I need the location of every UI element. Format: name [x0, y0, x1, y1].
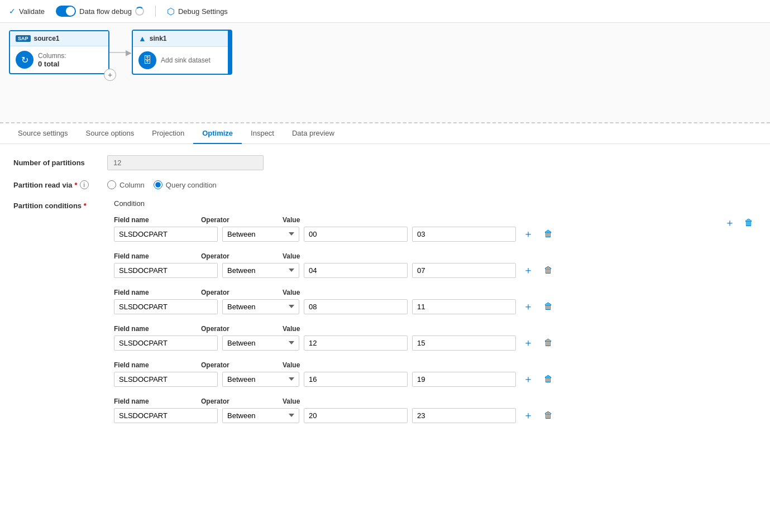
operator-select-3[interactable]: BetweenEqualsNot EqualsGreater ThanLess …	[222, 336, 299, 351]
condition-row-4: Field name Operator Value BetweenEqualsN…	[114, 361, 715, 387]
canvas-area: SAP source1 ↻ Columns: 0 total + ▶ ▲	[0, 23, 770, 123]
condition-row-3: Field name Operator Value BetweenEqualsN…	[114, 324, 715, 351]
field-name-header-2: Field name	[114, 288, 197, 296]
add-row-button-3[interactable]: ＋	[520, 335, 536, 351]
info-icon[interactable]: i	[80, 180, 89, 189]
field-name-header-0: Field name	[114, 215, 197, 224]
value-header-3: Value	[283, 324, 439, 333]
num-partitions-input[interactable]	[107, 155, 264, 170]
condition-row-0: Field name Operator Value BetweenEqualsN…	[114, 215, 715, 242]
tab-inspect[interactable]: Inspect	[242, 123, 283, 144]
operator-header-2: Operator	[201, 288, 278, 296]
value1-input-5[interactable]	[304, 408, 408, 423]
validate-button[interactable]: ✓ Validate	[9, 7, 45, 16]
columns-value: 0 total	[38, 60, 66, 68]
radio-column-label[interactable]: Column	[107, 180, 145, 189]
value2-input-5[interactable]	[412, 408, 516, 423]
add-row-button-2[interactable]: ＋	[520, 299, 536, 314]
source-node-info: Columns: 0 total	[38, 52, 66, 68]
value2-input-2[interactable]	[412, 299, 516, 314]
add-row-button-5[interactable]: ＋	[520, 408, 536, 423]
value1-input-2[interactable]	[304, 299, 408, 314]
radio-query-condition[interactable]	[154, 180, 162, 189]
flow-container: SAP source1 ↻ Columns: 0 total + ▶ ▲	[9, 30, 761, 75]
delete-row-button-1[interactable]: 🗑	[541, 262, 556, 278]
add-row-button-4[interactable]: ＋	[520, 371, 536, 387]
tab-projection[interactable]: Projection	[143, 123, 193, 144]
delete-row-outer-button[interactable]: 🗑	[741, 215, 757, 231]
tab-optimize[interactable]: Optimize	[193, 123, 242, 144]
source-plus-button[interactable]: +	[104, 69, 116, 81]
field-name-input-4[interactable]	[114, 372, 218, 387]
value2-input-4[interactable]	[412, 372, 516, 387]
debug-settings-button[interactable]: ⬡ Debug Settings	[167, 6, 228, 17]
delete-row-button-0[interactable]: 🗑	[541, 226, 556, 242]
value2-input-0[interactable]	[412, 227, 516, 242]
operator-select-0[interactable]: BetweenEqualsNot EqualsGreater ThanLess …	[222, 227, 299, 242]
field-name-input-1[interactable]	[114, 263, 218, 278]
value1-input-3[interactable]	[304, 336, 408, 351]
add-row-button-1[interactable]: ＋	[520, 262, 536, 278]
num-partitions-row: Number of partitions	[13, 155, 757, 170]
add-row-button-0[interactable]: ＋	[520, 226, 536, 242]
condition-col-headers-5: Field name Operator Value	[114, 397, 715, 405]
sink-triangle-icon: ▲	[138, 34, 146, 43]
debug-settings-icon: ⬡	[167, 6, 175, 17]
radio-query-condition-label[interactable]: Query condition	[154, 180, 217, 189]
condition-inputs-4: BetweenEqualsNot EqualsGreater ThanLess …	[114, 371, 715, 387]
delete-row-button-5[interactable]: 🗑	[541, 408, 556, 423]
source-node[interactable]: SAP source1 ↻ Columns: 0 total +	[9, 30, 109, 74]
operator-select-2[interactable]: BetweenEqualsNot EqualsGreater ThanLess …	[222, 299, 299, 314]
tab-source-settings[interactable]: Source settings	[9, 123, 77, 144]
value2-input-1[interactable]	[412, 263, 516, 278]
condition-inputs-1: BetweenEqualsNot EqualsGreater ThanLess …	[114, 262, 715, 278]
checkmark-icon: ✓	[9, 7, 16, 16]
flow-arrow: ▶	[109, 48, 132, 57]
condition-col-headers-2: Field name Operator Value	[114, 288, 715, 296]
add-row-outer-button[interactable]: ＋	[722, 215, 738, 231]
value1-input-1[interactable]	[304, 263, 408, 278]
field-name-input-3[interactable]	[114, 336, 218, 351]
value2-input-3[interactable]	[412, 336, 516, 351]
sink-node-body: 🗄 Add sink dataset	[133, 47, 228, 74]
source-icon: ↻	[21, 55, 28, 65]
operator-header-5: Operator	[201, 397, 278, 405]
debug-settings-label: Debug Settings	[178, 7, 228, 16]
field-name-header-3: Field name	[114, 324, 197, 333]
value-header-2: Value	[283, 288, 439, 296]
add-sink-label: Add sink dataset	[161, 56, 211, 64]
toolbar: ✓ Validate Data flow debug ⬡ Debug Setti…	[0, 0, 770, 23]
operator-select-1[interactable]: BetweenEqualsNot EqualsGreater ThanLess …	[222, 263, 299, 278]
required-star: *	[74, 181, 77, 189]
data-flow-debug-toggle[interactable]: Data flow debug	[56, 6, 144, 17]
conditions-table: Condition Field name Operator Value Betw…	[114, 199, 715, 433]
field-name-input-2[interactable]	[114, 299, 218, 314]
sink-node[interactable]: ▲ sink1 🗄 Add sink dataset	[132, 30, 232, 75]
condition-col-headers-0: Field name Operator Value	[114, 215, 715, 224]
operator-select-4[interactable]: BetweenEqualsNot EqualsGreater ThanLess …	[222, 372, 299, 387]
condition-inputs-2: BetweenEqualsNot EqualsGreater ThanLess …	[114, 299, 715, 314]
source-icon-circle: ↻	[16, 51, 34, 69]
field-name-input-0[interactable]	[114, 227, 218, 242]
tab-source-options[interactable]: Source options	[77, 123, 144, 144]
field-name-input-5[interactable]	[114, 408, 218, 423]
condition-row-2: Field name Operator Value BetweenEqualsN…	[114, 288, 715, 314]
delete-row-button-2[interactable]: 🗑	[541, 299, 556, 314]
tabs-bar: Source settings Source options Projectio…	[0, 123, 770, 144]
data-flow-debug-label: Data flow debug	[79, 7, 132, 16]
value1-input-4[interactable]	[304, 372, 408, 387]
radio-column[interactable]	[107, 180, 116, 189]
sink-node-header: ▲ sink1	[133, 31, 228, 47]
operator-select-5[interactable]: BetweenEqualsNot EqualsGreater ThanLess …	[222, 408, 299, 423]
partition-read-via-label: Partition read via * i	[13, 180, 103, 189]
delete-row-button-3[interactable]: 🗑	[541, 335, 556, 351]
value-header-1: Value	[283, 252, 439, 260]
toggle-switch[interactable]	[56, 6, 76, 17]
columns-label: Columns:	[38, 52, 66, 60]
condition-row-5: Field name Operator Value BetweenEqualsN…	[114, 397, 715, 423]
tab-data-preview[interactable]: Data preview	[283, 123, 343, 144]
delete-row-button-4[interactable]: 🗑	[541, 371, 556, 387]
source-node-header: SAP source1	[10, 31, 108, 46]
value1-input-0[interactable]	[304, 227, 408, 242]
sap-badge: SAP	[16, 35, 31, 42]
